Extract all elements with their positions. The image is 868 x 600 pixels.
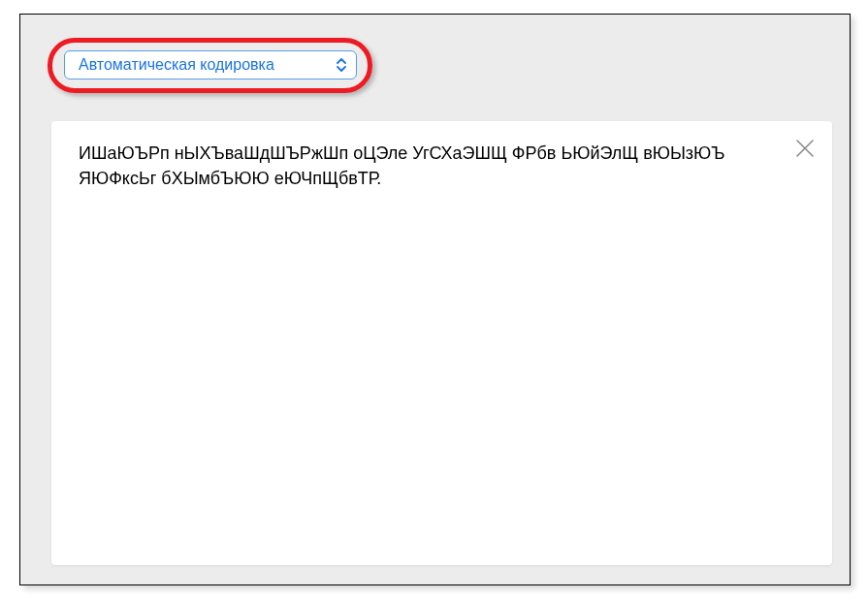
content-text: ИШаЮЪРп нЫХЪваШдШЪРжШп оЦЭле УгСХаЭШЩ ФР… [79,141,784,191]
content-panel: ИШаЮЪРп нЫХЪваШдШЪРжШп оЦЭле УгСХаЭШЩ ФР… [51,121,832,565]
updown-icon [337,58,346,72]
close-button[interactable] [793,137,817,160]
window-container: Автоматическая кодировка ИШаЮЪРп нЫХЪваШ… [19,14,851,585]
close-icon [795,139,815,158]
encoding-select[interactable]: Автоматическая кодировка [64,50,357,79]
encoding-select-label: Автоматическая кодировка [79,56,274,74]
